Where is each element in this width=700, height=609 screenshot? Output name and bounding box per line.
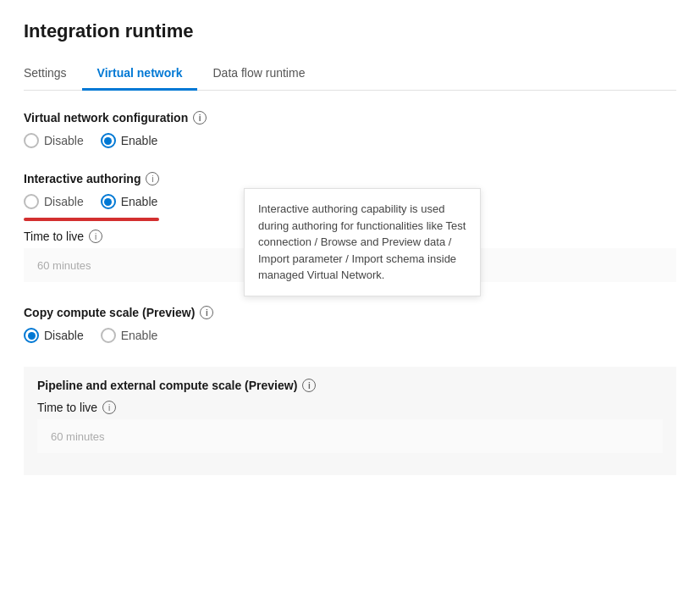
tab-data-flow-runtime[interactable]: Data flow runtime (197, 58, 320, 91)
virtual-network-config-section: Virtual network configuration i Disable … (24, 111, 676, 148)
cc-disable-label: Disable (44, 329, 84, 342)
tab-bar: Settings Virtual network Data flow runti… (24, 58, 676, 91)
cc-disable-option[interactable]: Disable (24, 328, 84, 343)
interactive-authoring-tooltip: Interactive authoring capability is used… (244, 188, 481, 296)
virtual-network-config-label: Virtual network configuration (24, 111, 188, 125)
cc-disable-radio[interactable] (24, 328, 39, 343)
copy-compute-info-icon[interactable]: i (200, 306, 213, 319)
copy-compute-title: Copy compute scale (Preview) i (24, 306, 676, 319)
cc-enable-radio[interactable] (101, 328, 116, 343)
time-to-live-1-value: 60 minutes (37, 259, 91, 272)
pipeline-external-info-icon[interactable]: i (302, 379, 316, 392)
time-to-live-2-value: 60 minutes (51, 430, 105, 443)
time-to-live-1-label: Time to live (24, 230, 84, 243)
tab-settings[interactable]: Settings (24, 58, 82, 91)
interactive-authoring-label: Interactive authoring (24, 172, 141, 185)
tooltip-text: Interactive authoring capability is used… (258, 202, 466, 281)
copy-compute-section: Copy compute scale (Preview) i Disable E… (24, 306, 676, 343)
copy-compute-label: Copy compute scale (Preview) (24, 306, 195, 319)
interactive-authoring-info-icon[interactable]: i (146, 172, 159, 185)
pipeline-external-title: Pipeline and external compute scale (Pre… (37, 379, 663, 392)
ia-disable-option[interactable]: Disable (24, 194, 84, 209)
progress-bar (24, 218, 159, 221)
ia-enable-radio[interactable] (101, 194, 116, 209)
ia-disable-radio[interactable] (24, 194, 39, 209)
vn-enable-radio[interactable] (101, 133, 116, 148)
copy-compute-radio-group: Disable Enable (24, 328, 676, 343)
virtual-network-config-info-icon[interactable]: i (193, 111, 207, 125)
vn-enable-option[interactable]: Enable (101, 133, 158, 148)
ia-enable-option[interactable]: Enable (101, 194, 158, 209)
interactive-authoring-title-row: Interactive authoring i (24, 172, 676, 185)
page-title: Integration runtime (24, 20, 676, 42)
vn-disable-option[interactable]: Disable (24, 133, 84, 148)
cc-enable-label: Enable (121, 329, 158, 342)
pipeline-external-label: Pipeline and external compute scale (Pre… (37, 379, 297, 392)
vn-disable-radio[interactable] (24, 133, 39, 148)
cc-enable-option[interactable]: Enable (101, 328, 158, 343)
pipeline-external-section: Pipeline and external compute scale (Pre… (24, 367, 676, 475)
vn-enable-label: Enable (121, 134, 158, 147)
vn-disable-label: Disable (44, 134, 84, 147)
time-to-live-2-label: Time to live (37, 401, 97, 414)
ia-enable-label: Enable (121, 195, 158, 208)
time-to-live-2-info-icon[interactable]: i (102, 401, 116, 414)
virtual-network-radio-group: Disable Enable (24, 133, 676, 148)
time-to-live-2-input-box: 60 minutes (37, 419, 663, 453)
tab-virtual-network[interactable]: Virtual network (82, 58, 198, 91)
ia-disable-label: Disable (44, 195, 84, 208)
virtual-network-config-title: Virtual network configuration i (24, 111, 676, 125)
time-to-live-1-info-icon[interactable]: i (89, 230, 102, 243)
time-to-live-2-row: Time to live i (37, 401, 663, 414)
